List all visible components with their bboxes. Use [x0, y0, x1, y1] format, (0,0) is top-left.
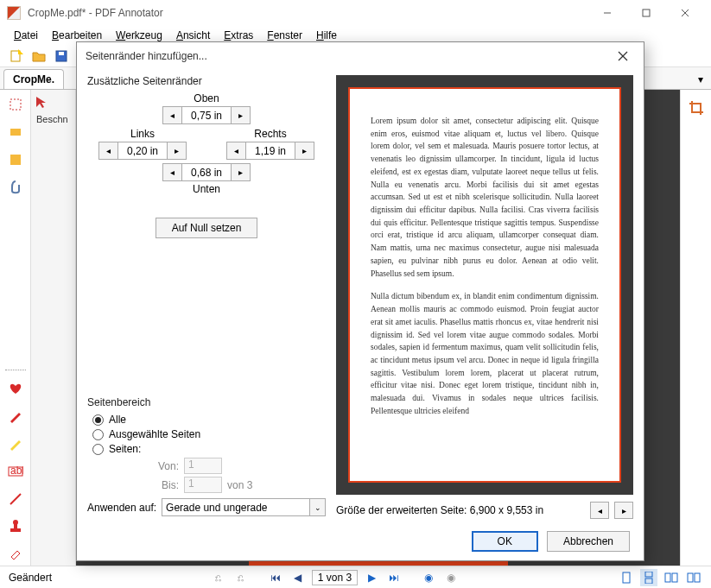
- radio-pages-label: Seiten:: [109, 443, 141, 455]
- preview-page: Lorem ipsum dolor sit amet, consectetur …: [348, 87, 621, 483]
- preview-next-button[interactable]: ▸: [614, 502, 633, 519]
- view-single-icon[interactable]: [618, 569, 635, 586]
- menu-file[interactable]: Datei: [9, 28, 43, 43]
- apply-select[interactable]: Gerade und ungerade ⌄: [162, 498, 326, 516]
- reset-zero-button[interactable]: Auf Null setzen: [156, 218, 258, 238]
- text-box-icon[interactable]: abI: [4, 460, 27, 483]
- pen-icon[interactable]: [4, 405, 27, 427]
- from-input[interactable]: 1: [184, 458, 222, 474]
- apply-label: Anwenden auf:: [87, 502, 156, 514]
- preview-prev-button[interactable]: ◂: [590, 502, 609, 519]
- extended-size-label: Größe der erweiterten Seite: 6,900 x 9,5…: [336, 504, 585, 516]
- svg-rect-23: [695, 573, 700, 582]
- of-total-label: von 3: [227, 479, 252, 491]
- radio-all[interactable]: [92, 414, 104, 426]
- top-label: Oben: [162, 92, 251, 104]
- eraser-icon[interactable]: [4, 543, 27, 566]
- status-text: Geändert: [9, 572, 52, 584]
- next-page-icon[interactable]: ▶: [363, 569, 380, 586]
- forward-icon[interactable]: ◉: [442, 569, 460, 586]
- view-book-icon[interactable]: [685, 569, 702, 586]
- view-continuous-icon[interactable]: [640, 569, 657, 586]
- redo-icon[interactable]: ⎌: [232, 569, 250, 586]
- right-increase-button[interactable]: ▸: [295, 142, 314, 160]
- left-label: Links: [98, 128, 187, 140]
- app-icon: [7, 6, 21, 20]
- back-icon[interactable]: ◉: [420, 569, 437, 586]
- bottom-value[interactable]: 0,68 in: [181, 163, 232, 181]
- right-value[interactable]: 1,19 in: [245, 142, 295, 160]
- bottom-label: Unten: [162, 183, 251, 195]
- marker-icon[interactable]: [4, 433, 27, 455]
- svg-point-16: [13, 520, 18, 525]
- panel-header: Beschn: [35, 114, 72, 124]
- right-toolbar: [680, 90, 711, 566]
- line-icon[interactable]: [4, 488, 27, 510]
- maximize-button[interactable]: [626, 1, 665, 25]
- document-tab[interactable]: CropMe.: [3, 69, 64, 89]
- radio-selected-label: Ausgewählte Seiten: [109, 428, 200, 440]
- range-group-label: Seitenbereich: [87, 396, 326, 408]
- arrow-tool-icon[interactable]: [35, 95, 72, 109]
- right-label: Rechts: [226, 128, 314, 140]
- first-page-icon[interactable]: ⏮: [267, 569, 284, 586]
- right-decrease-button[interactable]: ◂: [226, 142, 245, 160]
- save-icon[interactable]: [52, 47, 71, 66]
- top-increase-button[interactable]: ▸: [232, 106, 251, 124]
- note-tool-icon[interactable]: [4, 149, 27, 171]
- prev-page-icon[interactable]: ◀: [289, 569, 307, 586]
- attach-icon[interactable]: [4, 176, 27, 199]
- dialog-title: Seitenränder hinzufügen...: [86, 50, 611, 62]
- add-margins-dialog: Seitenränder hinzufügen... Zusätzliche S…: [76, 41, 644, 561]
- select-rect-icon[interactable]: [4, 93, 27, 116]
- chevron-down-icon: ⌄: [309, 499, 325, 515]
- svg-rect-10: [10, 155, 21, 165]
- stamp-icon[interactable]: [4, 515, 27, 538]
- page-indicator[interactable]: 1 von 3: [312, 570, 358, 585]
- preview-para1: Lorem ipsum dolor sit amet, consectetur …: [371, 115, 599, 280]
- svg-line-13: [10, 494, 21, 504]
- radio-pages[interactable]: [92, 444, 104, 455]
- svg-rect-7: [59, 52, 64, 55]
- left-toolbar: abI: [0, 90, 31, 566]
- radio-all-label: Alle: [109, 414, 126, 426]
- preview-pane: Lorem ipsum dolor sit amet, consectetur …: [336, 75, 633, 495]
- left-increase-button[interactable]: ▸: [168, 142, 187, 160]
- svg-text:abI: abI: [10, 466, 23, 477]
- ok-button[interactable]: OK: [472, 531, 538, 552]
- favorite-icon[interactable]: [4, 377, 27, 400]
- crop-icon[interactable]: [685, 97, 708, 119]
- margins-group-label: Zusätzliche Seitenränder: [87, 75, 326, 87]
- left-value[interactable]: 0,20 in: [117, 142, 168, 160]
- left-panel: Beschn: [31, 90, 76, 566]
- svg-rect-20: [665, 573, 670, 582]
- to-label: Bis:: [87, 479, 179, 491]
- from-label: Von:: [87, 460, 179, 472]
- svg-rect-1: [643, 9, 650, 16]
- minimize-button[interactable]: [587, 1, 626, 25]
- top-decrease-button[interactable]: ◂: [162, 106, 181, 124]
- preview-para2: Nulla dictum bibendum ex, in blandit eni…: [371, 290, 599, 417]
- apply-value: Gerade und ungerade: [166, 502, 267, 514]
- to-input[interactable]: 1: [184, 477, 222, 493]
- svg-rect-19: [645, 579, 652, 584]
- left-decrease-button[interactable]: ◂: [98, 142, 117, 160]
- top-value[interactable]: 0,75 in: [181, 106, 232, 124]
- bottom-increase-button[interactable]: ▸: [232, 163, 251, 181]
- svg-rect-17: [623, 572, 630, 583]
- text-tool-icon[interactable]: [4, 121, 27, 143]
- close-button[interactable]: [665, 1, 704, 25]
- radio-selected[interactable]: [92, 429, 104, 440]
- cancel-button[interactable]: Abbrechen: [547, 531, 630, 552]
- bottom-decrease-button[interactable]: ◂: [162, 163, 181, 181]
- svg-marker-5: [18, 49, 23, 54]
- view-two-icon[interactable]: [663, 569, 680, 586]
- svg-rect-18: [645, 572, 652, 577]
- last-page-icon[interactable]: ⏭: [385, 569, 403, 586]
- tab-dropdown[interactable]: ▾: [694, 70, 708, 89]
- new-icon[interactable]: [7, 47, 26, 66]
- undo-icon[interactable]: ⎌: [210, 569, 227, 586]
- dialog-close-button[interactable]: [611, 44, 635, 68]
- svg-rect-14: [10, 528, 21, 532]
- open-icon[interactable]: [29, 47, 48, 66]
